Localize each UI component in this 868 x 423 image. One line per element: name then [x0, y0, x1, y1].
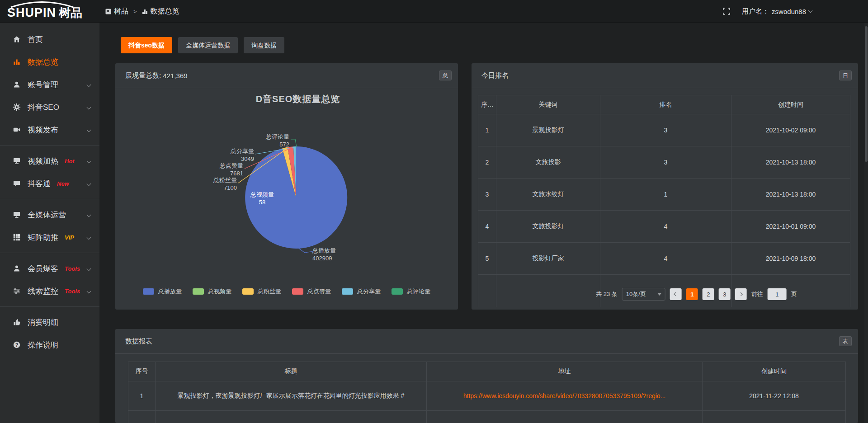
table-header-row: 序号关键词排名创建时间 [478, 95, 850, 114]
tab-全媒体运营数据[interactable]: 全媒体运营数据 [178, 37, 238, 53]
screen-icon [13, 157, 21, 165]
day-toggle-button[interactable]: 日 [839, 70, 852, 80]
chevron-down-icon [658, 293, 661, 296]
scrollbar-thumb[interactable] [865, 26, 868, 162]
sidebar-item-badge: VIP [65, 234, 74, 241]
created-cell: 2021-10-09 18:00 [731, 243, 850, 275]
pie-label-name: 总评论量 [257, 133, 289, 141]
pie-label-name: 总分享量 [217, 147, 254, 155]
sidebar-item-label: 线索监控 [28, 286, 58, 296]
chat-icon [13, 179, 21, 188]
overview-panel: 展现量总数: 421,369 总 D音SEO数据量总览 总播放量总视频量总粉丝量… [115, 63, 458, 310]
sidebar-item-抖客通[interactable]: 抖客通New [0, 172, 99, 195]
page-button-1[interactable]: 1 [686, 288, 698, 300]
sidebar-item-线索监控[interactable]: 线索监控Tools [0, 280, 99, 302]
breadcrumb-root[interactable]: 树品 [105, 7, 128, 16]
rank-no-cell: 4 [478, 211, 496, 243]
member-icon [13, 264, 21, 273]
goto-page-input[interactable] [768, 288, 787, 300]
legend-label: 总评论量 [407, 287, 430, 296]
screen-icon [13, 157, 21, 165]
legend-item-总视频量[interactable]: 总视频量 [193, 287, 231, 296]
prev-page-button[interactable] [670, 288, 682, 300]
sidebar-item-视频加热[interactable]: 视频加热Hot [0, 150, 99, 172]
sidebar-item-label: 视频发布 [28, 125, 58, 135]
legend-label: 总视频量 [208, 287, 231, 296]
breadcrumb: 树品 > 数据总览 [105, 0, 179, 23]
column-header: 创建时间 [703, 362, 846, 381]
breadcrumb-separator: > [133, 8, 137, 15]
goto-label: 前往 [751, 290, 763, 298]
sidebar-item-label: 矩阵助推 [28, 232, 58, 243]
sidebar-divider [0, 145, 99, 146]
legend-item-总播放量[interactable]: 总播放量 [143, 287, 182, 296]
stub-cell [156, 411, 427, 423]
sidebar-item-数据总览[interactable]: 数据总览 [0, 51, 99, 73]
chat-icon [13, 179, 21, 188]
home-icon [13, 35, 21, 43]
sidebar-item-label: 抖音SEO [28, 102, 59, 113]
sidebar-item-账号管理[interactable]: 账号管理 [0, 73, 99, 96]
sidebar-item-操作说明[interactable]: ?操作说明 [0, 334, 99, 356]
sidebar-divider [0, 199, 99, 199]
legend-item-总分享量[interactable]: 总分享量 [342, 287, 381, 296]
page-size-select[interactable]: 10条/页 [622, 288, 665, 301]
stub-cell [427, 411, 703, 423]
rank-no-cell: 5 [478, 243, 496, 275]
page-button-3[interactable]: 3 [719, 288, 731, 300]
legend-item-总评论量[interactable]: 总评论量 [392, 287, 430, 296]
column-header: 序号 [128, 362, 156, 381]
rank-no-cell: 2 [478, 146, 496, 179]
sidebar-item-抖音SEO[interactable]: 抖音SEO [0, 96, 99, 118]
filter-icon [13, 287, 21, 295]
user-menu[interactable]: 用户名： zswodun88 [742, 7, 812, 16]
help-icon: ? [13, 341, 21, 349]
breadcrumb-current[interactable]: 数据总览 [142, 7, 179, 16]
page-button-2[interactable]: 2 [703, 288, 714, 300]
column-header: 创建时间 [731, 95, 850, 114]
pie-label-name: 总视频量 [244, 191, 280, 198]
sidebar-item-视频发布[interactable]: 视频发布 [0, 118, 99, 141]
tab-抖音seo数据[interactable]: 抖音seo数据 [121, 37, 172, 53]
sidebar-divider [0, 253, 99, 253]
username-value: zswodun88 [772, 8, 806, 15]
report-panel-title: 数据报表 [125, 337, 152, 346]
brand-logo[interactable]: SHUPIN 树品 [7, 2, 82, 20]
pagination: 共 23 条10条/页123前往页 [596, 288, 797, 301]
sidebar-item-label: 视频加热 [28, 156, 58, 166]
legend-item-总粉丝量[interactable]: 总粉丝量 [242, 287, 281, 296]
chevron-down-icon [87, 289, 91, 293]
sidebar-item-消费明细[interactable]: 消费明细 [0, 311, 99, 334]
sidebar-item-会员爆客[interactable]: 会员爆客Tools [0, 257, 99, 280]
table-toggle-button[interactable]: 表 [839, 336, 852, 346]
pie-label-总点赞量: 总点赞量7681 [205, 162, 243, 177]
legend-swatch [392, 288, 403, 295]
logo-arc [8, 1, 76, 8]
rank-panel: 今日排名 日 序号关键词排名创建时间1景观投影灯32021-10-02 09:0… [472, 63, 858, 310]
report-panel-header: 数据报表 表 [115, 329, 858, 354]
fullscreen-icon[interactable] [723, 8, 730, 15]
sidebar-item-矩阵助推[interactable]: 矩阵助推VIP [0, 226, 99, 249]
pagination-total: 共 23 条 [596, 290, 618, 298]
pie-label-value: 572 [257, 141, 289, 148]
bar-chart-icon [142, 9, 148, 14]
tab-询盘数据[interactable]: 询盘数据 [244, 37, 284, 53]
report-url-link[interactable]: https://www.iesdouyin.com/share/video/70… [427, 381, 703, 411]
sidebar-item-全媒体运营[interactable]: 全媒体运营 [0, 203, 99, 226]
chevron-down-icon [87, 266, 91, 271]
top-bar: SHUPIN 树品 树品 > 数据总览 用户名： zswodun88 [0, 0, 868, 23]
page-scrollbar[interactable] [864, 23, 868, 423]
chevron-down-icon [87, 235, 91, 240]
next-page-button[interactable] [735, 288, 747, 300]
user-icon [13, 80, 21, 89]
report-table: 序号标题地址创建时间1景观投影灯，夜游景观投影灯厂家展示展示落花灯在花园里的灯光… [128, 362, 846, 423]
filter-icon [13, 287, 21, 295]
sidebar-item-首页[interactable]: 首页 [0, 28, 99, 51]
legend-item-总点赞量[interactable]: 总点赞量 [292, 287, 331, 296]
user-icon [13, 80, 21, 89]
table-row: 1景观投影灯，夜游景观投影灯厂家展示展示落花灯在花园里的灯光投影应用效果 #ht… [128, 381, 846, 411]
column-header: 序号 [478, 95, 496, 114]
sidebar-item-label: 账号管理 [28, 80, 58, 90]
sidebar-item-label: 首页 [28, 34, 43, 45]
table-header-row: 序号标题地址创建时间 [128, 362, 846, 381]
